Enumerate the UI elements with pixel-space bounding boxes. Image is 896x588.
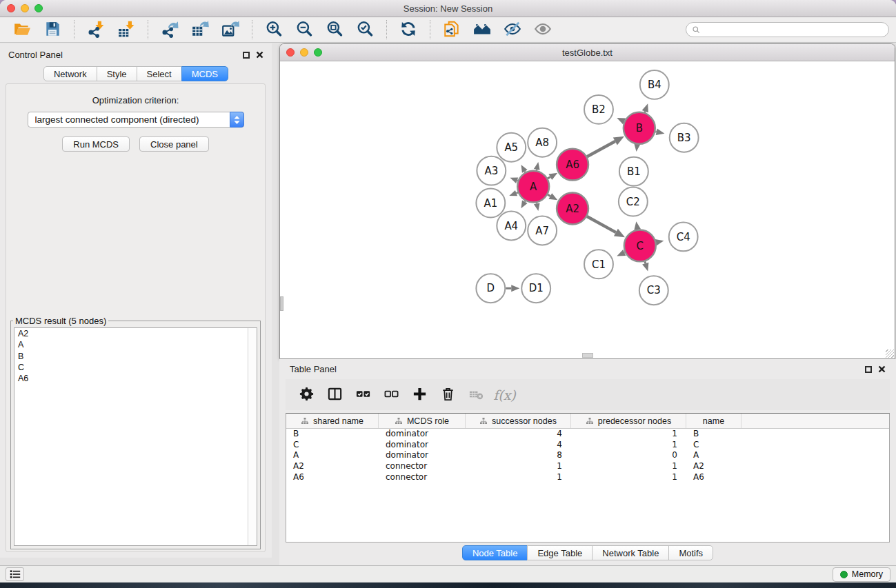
export-image-button[interactable] xyxy=(219,19,241,41)
refresh-button[interactable] xyxy=(397,19,419,41)
graph-node-A6[interactable]: A6 xyxy=(557,149,588,181)
unselect-all-columns-button[interactable] xyxy=(379,383,404,407)
control-tab-mcds[interactable]: MCDS xyxy=(181,66,228,81)
graph-edge-arrow-icon xyxy=(534,203,540,211)
table-settings-button[interactable] xyxy=(294,383,319,407)
table-tab-network-table[interactable]: Network Table xyxy=(592,545,669,560)
graph-edge-B-B4[interactable] xyxy=(645,112,646,113)
graph-node-B3[interactable]: B3 xyxy=(670,123,699,152)
graph-edge-A-A2[interactable] xyxy=(548,194,550,196)
run-mcds-button[interactable]: Run MCDS xyxy=(62,136,130,152)
search-input[interactable] xyxy=(704,25,883,35)
split-columns-button[interactable] xyxy=(322,383,348,407)
network-canvas[interactable]: B4B2BB3A8A5A6A3B1AC2A1A2A4A7C4CC1C3DD1 xyxy=(280,62,895,358)
graph-node-B4[interactable]: B4 xyxy=(640,70,669,99)
search-box[interactable] xyxy=(686,22,889,37)
column-header-predecessor-nodes[interactable]: predecessor nodes xyxy=(571,414,686,428)
control-tab-network[interactable]: Network xyxy=(43,66,97,81)
mcds-result-item[interactable]: B xyxy=(14,351,257,362)
import-table-button[interactable] xyxy=(115,19,137,41)
table-tab-edge-table[interactable]: Edge Table xyxy=(527,545,593,560)
graph-node-C1[interactable]: C1 xyxy=(584,250,613,278)
mcds-result-item[interactable]: C xyxy=(14,362,257,373)
column-header-mcds-role[interactable]: MCDS role xyxy=(379,414,466,428)
vertical-scroll-thumb[interactable] xyxy=(280,296,283,311)
select-all-columns-button[interactable] xyxy=(350,383,376,407)
horizontal-scroll-thumb[interactable] xyxy=(582,353,593,358)
save-session-button[interactable] xyxy=(41,19,63,41)
table-tab-motifs[interactable]: Motifs xyxy=(668,545,713,560)
graph-node-A4[interactable]: A4 xyxy=(497,211,526,240)
home-button[interactable] xyxy=(471,19,493,41)
graph-node-A5[interactable]: A5 xyxy=(497,133,526,162)
show-all-button[interactable] xyxy=(532,19,554,41)
task-history-button[interactable] xyxy=(6,567,24,581)
control-tab-style[interactable]: Style xyxy=(97,66,137,81)
column-header-shared-name[interactable]: shared name xyxy=(286,414,379,428)
svg-text:B4: B4 xyxy=(648,79,661,91)
status-bar: Memory xyxy=(0,565,896,582)
duplicate-network-button[interactable] xyxy=(441,19,463,41)
criterion-select[interactable]: largest connected component (directed) xyxy=(28,112,244,128)
graph-node-D[interactable]: D xyxy=(476,274,505,303)
mcds-result-item[interactable]: A xyxy=(14,339,257,350)
open-session-button[interactable] xyxy=(11,19,33,41)
graph-node-B2[interactable]: B2 xyxy=(584,95,613,124)
cell-successor-nodes: 1 xyxy=(466,461,571,472)
graph-node-B[interactable]: B xyxy=(624,112,655,144)
add-column-button[interactable] xyxy=(407,383,432,407)
control-tab-select[interactable]: Select xyxy=(137,66,182,81)
column-header-successor-nodes[interactable]: successor nodes xyxy=(466,414,571,428)
zoom-out-button[interactable] xyxy=(293,19,315,41)
zoom-in-button[interactable] xyxy=(263,19,285,41)
import-network-button[interactable] xyxy=(85,19,107,41)
graph-node-C3[interactable]: C3 xyxy=(639,276,668,305)
graph-node-C4[interactable]: C4 xyxy=(669,222,698,251)
attribute-tree-icon xyxy=(395,417,403,425)
graph-edge-C-C3[interactable] xyxy=(645,261,646,263)
show-all-icon xyxy=(534,20,552,40)
graph-node-B1[interactable]: B1 xyxy=(619,157,648,186)
graph-edge-A-A1[interactable] xyxy=(517,192,518,193)
float-panel-icon[interactable] xyxy=(243,52,250,59)
graph-node-D1[interactable]: D1 xyxy=(521,274,550,303)
graph-edge-A2-C[interactable] xyxy=(587,216,616,232)
svg-text:C1: C1 xyxy=(592,258,606,271)
table-row[interactable]: Bdominator41B xyxy=(286,429,889,440)
delete-columns-button[interactable] xyxy=(435,383,461,407)
graph-edge-A-A6[interactable] xyxy=(548,177,550,179)
graph-node-A7[interactable]: A7 xyxy=(528,216,557,245)
graph-node-C[interactable]: C xyxy=(624,230,656,261)
mcds-result-item[interactable]: A2 xyxy=(14,328,257,339)
graph-node-A1[interactable]: A1 xyxy=(476,189,505,218)
cell-successor-nodes: 1 xyxy=(466,472,571,483)
close-panel-button[interactable]: Close panel xyxy=(139,136,209,152)
hide-selected-button[interactable] xyxy=(501,19,524,41)
table-tab-node-table[interactable]: Node Table xyxy=(462,545,528,560)
svg-text:A5: A5 xyxy=(504,141,518,154)
float-table-panel-icon[interactable] xyxy=(865,366,872,373)
table-row[interactable]: A6connector11A6 xyxy=(286,472,889,483)
table-row[interactable]: Cdominator41C xyxy=(286,440,889,451)
graph-node-C2[interactable]: C2 xyxy=(619,187,648,216)
zoom-fit-button[interactable] xyxy=(323,19,346,41)
column-header-name[interactable]: name xyxy=(686,414,741,428)
zoom-selected-button[interactable] xyxy=(354,19,376,41)
graph-node-A8[interactable]: A8 xyxy=(528,128,557,157)
table-row[interactable]: A2connector11A2 xyxy=(286,461,889,472)
export-table-button[interactable] xyxy=(189,19,211,41)
table-row[interactable]: Adominator80A xyxy=(286,450,889,461)
graph-edge-A6-B[interactable] xyxy=(587,141,615,156)
graph-edge-arrow-icon xyxy=(634,221,641,230)
mcds-result-item[interactable]: A6 xyxy=(14,373,257,384)
close-panel-icon[interactable] xyxy=(256,51,263,59)
export-network-button[interactable] xyxy=(159,19,181,41)
graph-edge-arrow-icon xyxy=(642,263,648,272)
memory-button[interactable]: Memory xyxy=(833,567,890,582)
close-table-panel-icon[interactable] xyxy=(878,365,886,373)
result-scrollbar[interactable] xyxy=(248,328,257,545)
graph-node-A3[interactable]: A3 xyxy=(477,156,506,185)
graph-node-A2[interactable]: A2 xyxy=(557,193,588,225)
graph-node-A[interactable]: A xyxy=(517,171,549,203)
resize-grip[interactable] xyxy=(886,349,894,358)
